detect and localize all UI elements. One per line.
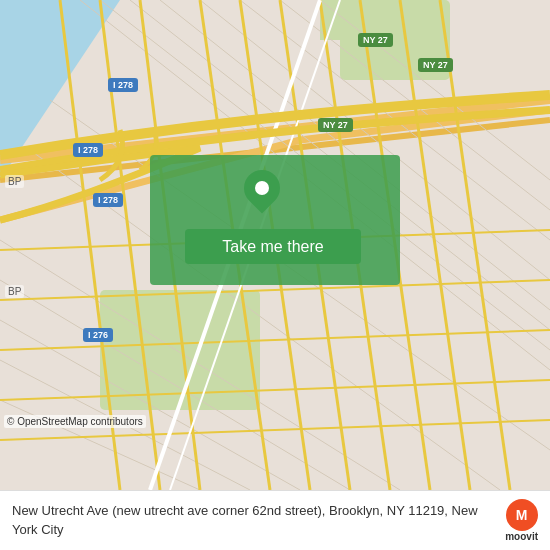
highway-shield-i278-3: I 278	[93, 193, 123, 207]
highway-shield-i278-2: I 278	[73, 143, 103, 157]
address-text: New Utrecht Ave (new utrecht ave corner …	[12, 502, 495, 538]
moovit-brand: moovit	[505, 531, 538, 542]
highway-shield-ny27-1: NY 27	[358, 33, 393, 47]
info-bar: New Utrecht Ave (new utrecht ave corner …	[0, 490, 550, 550]
highway-shield-ny27-3: NY 27	[318, 118, 353, 132]
osm-link[interactable]: © OpenStreetMap contributors	[7, 416, 143, 427]
moovit-logo: M moovit	[505, 499, 538, 542]
moovit-letter: M	[516, 507, 528, 523]
highway-shield-ny27-2: NY 27	[418, 58, 453, 72]
moovit-icon: M	[506, 499, 538, 531]
map-marker	[244, 170, 280, 206]
bp-label-2: BP	[5, 285, 24, 298]
osm-attribution[interactable]: © OpenStreetMap contributors	[4, 415, 146, 428]
take-me-there-button[interactable]: Take me there	[185, 229, 361, 264]
highway-shield-i276: I 276	[83, 328, 113, 342]
bp-label-1: BP	[5, 175, 24, 188]
map-container: Take me there I 278 I 278 I 278 I 276 NY…	[0, 0, 550, 490]
highway-shield-i278-1: I 278	[108, 78, 138, 92]
